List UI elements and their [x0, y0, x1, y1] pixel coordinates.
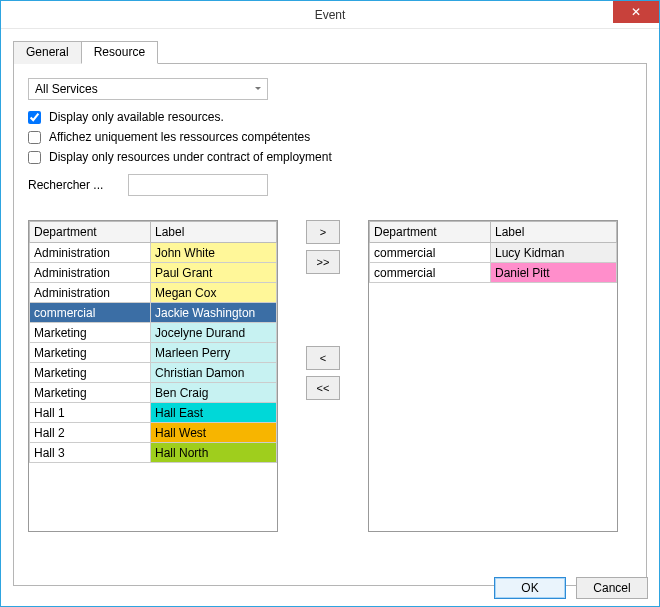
tab-resource[interactable]: Resource	[81, 41, 158, 64]
table-row[interactable]: AdministrationMegan Cox	[30, 283, 277, 303]
available-cell-label: Megan Cox	[151, 283, 277, 303]
available-cell-label: Paul Grant	[151, 263, 277, 283]
available-cell-label: Hall West	[151, 423, 277, 443]
move-left-button[interactable]: <	[306, 346, 340, 370]
table-row[interactable]: MarketingMarleen Perry	[30, 343, 277, 363]
move-right-button[interactable]: >	[306, 220, 340, 244]
ok-button[interactable]: OK	[494, 577, 566, 599]
available-grid[interactable]: Department Label AdministrationJohn Whit…	[28, 220, 278, 532]
check-available[interactable]	[28, 111, 41, 124]
check-available-label: Display only available resources.	[49, 110, 224, 124]
table-row[interactable]: AdministrationPaul Grant	[30, 263, 277, 283]
selected-header-label[interactable]: Label	[491, 222, 617, 243]
available-cell-department: Administration	[30, 283, 151, 303]
check-competent-row[interactable]: Affichez uniquement les ressources compé…	[28, 130, 632, 144]
close-icon: ✕	[631, 5, 641, 19]
available-cell-department: Hall 3	[30, 443, 151, 463]
tab-general[interactable]: General	[13, 41, 82, 64]
available-cell-department: Administration	[30, 263, 151, 283]
available-cell-department: Marketing	[30, 383, 151, 403]
search-input[interactable]	[128, 174, 268, 196]
move-all-right-button[interactable]: >>	[306, 250, 340, 274]
available-cell-label: John White	[151, 243, 277, 263]
available-header-department[interactable]: Department	[30, 222, 151, 243]
selected-cell-department: commercial	[370, 263, 491, 283]
resource-panel: All Services Display only available reso…	[13, 63, 647, 586]
mover-buttons: > >> < <<	[288, 220, 358, 400]
available-cell-department: commercial	[30, 303, 151, 323]
search-label: Rechercher ...	[28, 178, 118, 192]
search-row: Rechercher ...	[28, 174, 632, 196]
table-row[interactable]: commercialLucy Kidman	[370, 243, 617, 263]
titlebar: Event ✕	[1, 1, 659, 29]
table-row[interactable]: MarketingChristian Damon	[30, 363, 277, 383]
service-dropdown[interactable]: All Services	[28, 78, 268, 100]
table-row[interactable]: Hall 2Hall West	[30, 423, 277, 443]
available-cell-label: Ben Craig	[151, 383, 277, 403]
check-contract-row[interactable]: Display only resources under contract of…	[28, 150, 632, 164]
check-contract-label: Display only resources under contract of…	[49, 150, 332, 164]
check-contract[interactable]	[28, 151, 41, 164]
available-cell-department: Marketing	[30, 343, 151, 363]
available-cell-label: Christian Damon	[151, 363, 277, 383]
available-cell-department: Marketing	[30, 363, 151, 383]
move-all-left-button[interactable]: <<	[306, 376, 340, 400]
table-row[interactable]: MarketingJocelyne Durand	[30, 323, 277, 343]
available-header-label[interactable]: Label	[151, 222, 277, 243]
dual-list-area: Department Label AdministrationJohn Whit…	[28, 220, 632, 532]
close-button[interactable]: ✕	[613, 1, 659, 23]
selected-cell-label: Lucy Kidman	[491, 243, 617, 263]
table-row[interactable]: AdministrationJohn White	[30, 243, 277, 263]
table-row[interactable]: Hall 3Hall North	[30, 443, 277, 463]
service-dropdown-value: All Services	[35, 82, 98, 96]
check-competent[interactable]	[28, 131, 41, 144]
chevron-down-icon	[255, 87, 261, 90]
check-competent-label: Affichez uniquement les ressources compé…	[49, 130, 310, 144]
cancel-button[interactable]: Cancel	[576, 577, 648, 599]
available-cell-label: Jackie Washington	[151, 303, 277, 323]
available-cell-label: Hall North	[151, 443, 277, 463]
table-row[interactable]: commercialJackie Washington	[30, 303, 277, 323]
dialog-footer: OK Cancel	[494, 577, 648, 599]
selected-cell-label: Daniel Pitt	[491, 263, 617, 283]
window-title: Event	[1, 8, 659, 22]
available-cell-label: Hall East	[151, 403, 277, 423]
table-row[interactable]: MarketingBen Craig	[30, 383, 277, 403]
available-cell-department: Administration	[30, 243, 151, 263]
selected-header-department[interactable]: Department	[370, 222, 491, 243]
selected-grid[interactable]: Department Label commercialLucy Kidmanco…	[368, 220, 618, 532]
table-row[interactable]: commercialDaniel Pitt	[370, 263, 617, 283]
tab-strip: General Resource	[13, 41, 659, 64]
check-available-row[interactable]: Display only available resources.	[28, 110, 632, 124]
selected-cell-department: commercial	[370, 243, 491, 263]
available-cell-department: Marketing	[30, 323, 151, 343]
available-cell-label: Marleen Perry	[151, 343, 277, 363]
available-cell-label: Jocelyne Durand	[151, 323, 277, 343]
available-cell-department: Hall 2	[30, 423, 151, 443]
table-row[interactable]: Hall 1Hall East	[30, 403, 277, 423]
available-cell-department: Hall 1	[30, 403, 151, 423]
